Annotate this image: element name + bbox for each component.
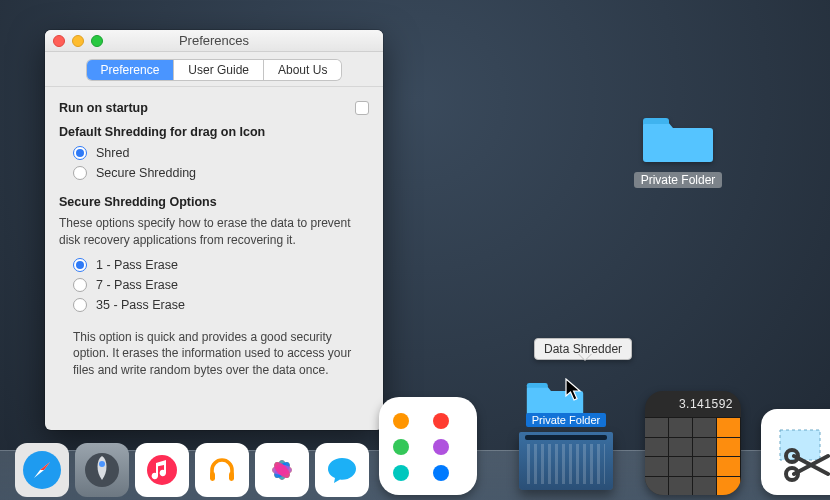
dot-icon <box>393 413 409 429</box>
tab-preference[interactable]: Preference <box>87 60 175 80</box>
desktop-folder-private[interactable]: Private Folder <box>628 112 728 188</box>
radio-icon <box>73 298 87 312</box>
dock-reminders[interactable] <box>379 397 477 495</box>
titlebar[interactable]: Preferences <box>45 30 383 52</box>
secure-options-heading: Secure Shredding Options <box>59 195 369 209</box>
minimize-icon[interactable] <box>72 35 84 47</box>
dot-icon <box>393 439 409 455</box>
radio-1-pass[interactable]: 1 - Pass Erase <box>73 255 369 275</box>
folder-icon <box>642 112 714 164</box>
svg-rect-9 <box>229 472 234 481</box>
run-on-startup-checkbox[interactable] <box>355 101 369 115</box>
pass-erase-group: 1 - Pass Erase 7 - Pass Erase 35 - Pass … <box>59 253 369 321</box>
radio-label: 1 - Pass Erase <box>96 258 178 272</box>
dot-icon <box>433 439 449 455</box>
preferences-content: Run on startup Default Shredding for dra… <box>45 87 383 389</box>
radio-icon <box>73 278 87 292</box>
dock-screenshot[interactable] <box>761 409 830 495</box>
segmented-control: Preference User Guide About Us <box>87 60 342 80</box>
close-icon[interactable] <box>53 35 65 47</box>
rocket-icon <box>82 450 122 490</box>
dock-itunes[interactable] <box>135 443 189 497</box>
music-note-icon <box>142 450 182 490</box>
default-shredding-heading: Default Shredding for drag on Icon <box>59 125 369 139</box>
dock-items <box>15 443 369 497</box>
shredder-drag-target: Private Folder <box>526 378 606 434</box>
radio-icon <box>73 258 87 272</box>
tab-about-us[interactable]: About Us <box>264 60 341 80</box>
radio-shred[interactable]: Shred <box>73 143 369 163</box>
radio-secure-shredding[interactable]: Secure Shredding <box>73 163 369 183</box>
calculator-display: 3.141592 <box>645 391 741 417</box>
run-on-startup-label: Run on startup <box>59 101 148 115</box>
zoom-icon[interactable] <box>91 35 103 47</box>
secure-options-desc: These options specify how to erase the d… <box>59 211 369 253</box>
radio-icon <box>73 146 87 160</box>
dot-icon <box>433 413 449 429</box>
svg-point-4 <box>99 461 105 467</box>
dock-audiobooks[interactable] <box>195 443 249 497</box>
svg-point-7 <box>204 452 240 488</box>
radio-label: Secure Shredding <box>96 166 196 180</box>
radio-label: 7 - Pass Erase <box>96 278 178 292</box>
dock-safari[interactable] <box>15 443 69 497</box>
dock-calculator[interactable]: 3.141592 <box>645 391 741 495</box>
scissors-icon <box>770 418 830 486</box>
headphones-icon <box>202 450 242 490</box>
dock-messages[interactable] <box>315 443 369 497</box>
tab-bar: Preference User Guide About Us <box>45 52 383 87</box>
dock-launchpad[interactable] <box>75 443 129 497</box>
window-controls <box>53 35 103 47</box>
tab-user-guide[interactable]: User Guide <box>174 60 264 80</box>
svg-rect-8 <box>210 472 215 481</box>
dock-photos[interactable] <box>255 443 309 497</box>
preferences-window: Preferences Preference User Guide About … <box>45 30 383 430</box>
pass-desc: This option is quick and provides a good… <box>59 321 369 379</box>
shredder-icon <box>519 432 613 490</box>
flower-icon <box>262 450 302 490</box>
run-on-startup-row: Run on startup <box>59 97 369 119</box>
dock-data-shredder[interactable]: Private Folder <box>502 378 630 496</box>
desktop-folder-label: Private Folder <box>634 172 723 188</box>
dot-icon <box>393 465 409 481</box>
radio-icon <box>73 166 87 180</box>
speech-bubble-icon <box>322 450 362 490</box>
dot-icon <box>433 465 449 481</box>
dock-tooltip: Data Shredder <box>534 338 632 360</box>
radio-35-pass[interactable]: 35 - Pass Erase <box>73 295 369 315</box>
radio-label: 35 - Pass Erase <box>96 298 185 312</box>
radio-7-pass[interactable]: 7 - Pass Erase <box>73 275 369 295</box>
calculator-keys-icon <box>645 417 741 495</box>
default-shredding-group: Shred Secure Shredding <box>59 141 369 189</box>
compass-icon <box>20 448 64 492</box>
shredder-drag-label: Private Folder <box>526 413 606 427</box>
radio-label: Shred <box>96 146 129 160</box>
